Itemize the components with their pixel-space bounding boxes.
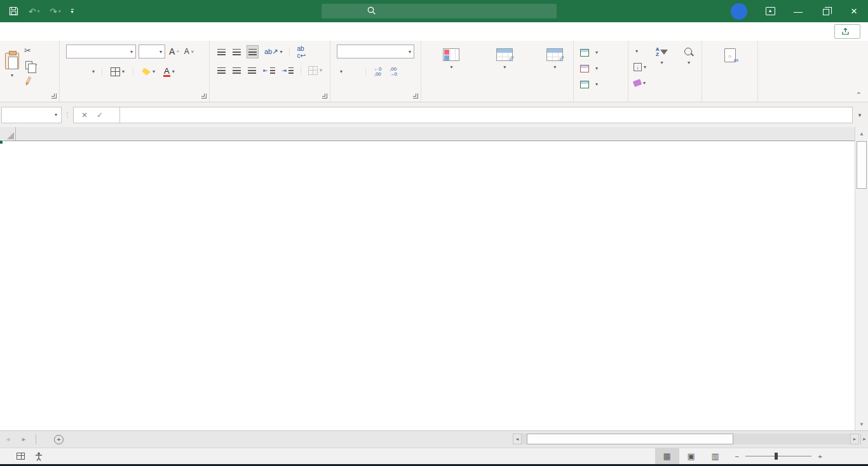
- scroll-left-icon[interactable]: ◄: [513, 434, 522, 444]
- decrease-indent-button[interactable]: ⇤: [262, 64, 276, 77]
- number-format-combo[interactable]: ▾: [337, 45, 414, 58]
- normal-view-icon[interactable]: ▦: [655, 448, 679, 465]
- increase-indent-button[interactable]: ⇥: [281, 64, 295, 77]
- sort-icon: AZ: [656, 47, 660, 57]
- alignment-dialog-launcher[interactable]: [322, 93, 327, 99]
- format-as-table-button[interactable]: ▾: [482, 46, 527, 71]
- cut-icon[interactable]: ✂: [24, 46, 38, 55]
- create-pdf-button[interactable]: ⌔: [711, 46, 749, 64]
- vertical-scroll-thumb[interactable]: [857, 141, 867, 189]
- group-number: ▾ ▾ ←0,00 ,00→0: [330, 41, 421, 102]
- conditional-formatting-button[interactable]: ▾: [430, 46, 473, 71]
- percent-button[interactable]: [349, 65, 351, 78]
- new-sheet-button[interactable]: +: [54, 435, 64, 444]
- cell-styles-button[interactable]: ▾: [536, 46, 573, 71]
- underline-button[interactable]: [84, 65, 86, 78]
- zoom-out-icon[interactable]: −: [735, 453, 740, 460]
- previous-sheet-icon[interactable]: ◄: [0, 436, 16, 442]
- format-painter-icon[interactable]: 🖉: [23, 73, 39, 87]
- title-bar: ↶▾ ↷▾ ▾ ▴ — ×: [0, 0, 868, 22]
- horizontal-scroll-thumb[interactable]: [527, 434, 733, 444]
- sheet-tab-separator: [36, 434, 36, 444]
- select-all-corner[interactable]: [0, 127, 16, 140]
- thousands-button[interactable]: [356, 65, 359, 78]
- accessibility-icon: [35, 452, 43, 461]
- clipboard-dialog-launcher[interactable]: [51, 93, 57, 99]
- minimize-button[interactable]: —: [784, 0, 812, 22]
- font-color-button[interactable]: A▾: [162, 65, 176, 78]
- customize-quick-access-icon[interactable]: ▾: [71, 9, 74, 13]
- column-headers: [0, 127, 855, 141]
- decrease-decimal-button[interactable]: ,00→0: [388, 65, 398, 78]
- expand-formula-bar-icon[interactable]: ▾: [854, 112, 865, 118]
- align-right-button[interactable]: [247, 64, 257, 77]
- cancel-entry-icon[interactable]: ✕: [81, 111, 88, 120]
- macro-record-icon[interactable]: [17, 453, 25, 460]
- font-name-combo[interactable]: ▾: [66, 45, 136, 58]
- share-button[interactable]: [834, 24, 860, 39]
- italic-button[interactable]: [76, 65, 78, 78]
- font-color-icon: A: [163, 67, 170, 77]
- paste-button[interactable]: ▾: [5, 50, 19, 79]
- page-break-view-icon[interactable]: ▥: [703, 448, 728, 465]
- zoom-in-icon[interactable]: +: [818, 453, 822, 460]
- group-acrobat: ⌔: [702, 41, 758, 102]
- zoom-slider[interactable]: [745, 456, 811, 456]
- zoom-slider-thumb[interactable]: [775, 453, 778, 460]
- borders-button[interactable]: ▾: [109, 65, 126, 78]
- confirm-entry-icon[interactable]: ✓: [97, 111, 103, 120]
- insert-cells-icon: [580, 49, 589, 57]
- align-left-button[interactable]: [216, 64, 227, 77]
- scroll-right-icon[interactable]: ►: [850, 434, 859, 444]
- close-button[interactable]: ×: [840, 0, 868, 22]
- increase-decimal-button[interactable]: ←0,00: [372, 65, 383, 78]
- avatar[interactable]: [731, 3, 747, 20]
- sort-filter-button[interactable]: AZ ▾: [650, 45, 674, 67]
- quick-access-toolbar: ↶▾ ↷▾ ▾: [9, 6, 74, 17]
- clear-button[interactable]: ▾: [632, 76, 648, 90]
- bold-button[interactable]: [67, 65, 70, 78]
- align-center-button[interactable]: [231, 64, 242, 77]
- search-input[interactable]: [322, 4, 557, 18]
- font-dialog-launcher[interactable]: [201, 93, 207, 99]
- name-box-dropdown-icon[interactable]: ▾: [55, 112, 57, 118]
- fill-button[interactable]: ↓▾: [632, 60, 648, 74]
- shrink-font-button[interactable]: A˅: [183, 45, 195, 58]
- accounting-format-button[interactable]: ▾: [337, 65, 344, 78]
- insert-cells-button[interactable]: ▾: [579, 46, 628, 59]
- redo-button[interactable]: ↷▾: [50, 6, 60, 17]
- tab-split-handle[interactable]: ►: [860, 434, 868, 444]
- align-bottom-button[interactable]: [247, 45, 259, 58]
- wrap-text-button[interactable]: abc↩: [295, 45, 306, 58]
- grow-font-button[interactable]: A^: [168, 45, 180, 58]
- number-dialog-launcher[interactable]: [413, 93, 418, 99]
- merge-center-button[interactable]: ▾: [307, 64, 323, 77]
- fill-color-button[interactable]: ▾: [140, 65, 156, 78]
- next-sheet-icon[interactable]: ►: [16, 436, 32, 442]
- scroll-down-icon[interactable]: ▼: [855, 418, 868, 430]
- name-box[interactable]: ▾: [1, 107, 62, 123]
- align-middle-button[interactable]: [231, 45, 242, 58]
- page-layout-view-icon[interactable]: ▣: [679, 448, 703, 465]
- horizontal-scrollbar[interactable]: ◄ ►: [513, 434, 859, 444]
- autosum-button[interactable]: ▾: [632, 45, 648, 58]
- format-cells-button[interactable]: ▾: [579, 78, 628, 91]
- conditional-formatting-icon: [443, 48, 459, 61]
- group-editing: ▾ ↓▾ ▾ AZ ▾ ▾: [628, 41, 702, 102]
- delete-cells-button[interactable]: ▾: [579, 62, 628, 75]
- vertical-scrollbar[interactable]: ▲ ▼: [855, 127, 868, 430]
- collapse-ribbon-icon[interactable]: ⌃: [856, 91, 862, 99]
- find-select-button[interactable]: ▾: [676, 45, 702, 67]
- ribbon-display-options-icon[interactable]: ▴: [756, 0, 784, 22]
- font-size-combo[interactable]: ▾: [139, 45, 165, 58]
- restore-button[interactable]: [812, 0, 840, 22]
- undo-button[interactable]: ↶▾: [29, 6, 39, 17]
- group-font: ▾ ▾ A^ A˅ ▾ ▾ ▾ A▾: [60, 41, 210, 102]
- ribbon-tab-strip: [0, 22, 868, 41]
- save-icon[interactable]: [9, 6, 18, 16]
- orientation-button[interactable]: ab↗▾: [263, 45, 283, 58]
- copy-button[interactable]: ▾: [24, 58, 38, 72]
- scroll-up-icon[interactable]: ▲: [855, 127, 868, 140]
- formula-input[interactable]: [120, 107, 853, 123]
- align-top-button[interactable]: [216, 45, 227, 58]
